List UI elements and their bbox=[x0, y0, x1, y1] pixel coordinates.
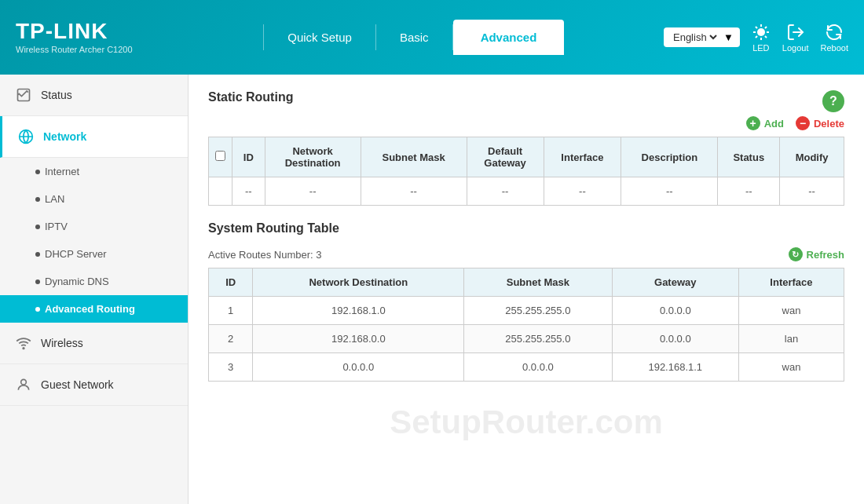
table-row: 1192.168.1.0255.255.255.00.0.0.0wan bbox=[209, 297, 844, 325]
system-routing-table: ID Network Destination Subnet Mask Gatew… bbox=[208, 268, 844, 382]
cell-id: -- bbox=[232, 177, 265, 206]
sidebar-item-status[interactable]: Status bbox=[0, 75, 188, 116]
watermark: SetupRouter.com bbox=[390, 404, 663, 441]
header-right: English ▼ LED Logout Reboot bbox=[664, 23, 848, 53]
sidebar-sub-advanced-routing[interactable]: Advanced Routing bbox=[0, 295, 188, 323]
table-cell: 192.168.1.1 bbox=[612, 353, 738, 382]
table-cell: 255.255.255.0 bbox=[464, 325, 613, 353]
language-selector[interactable]: English ▼ bbox=[664, 27, 740, 47]
table-cell: 192.168.0.0 bbox=[253, 325, 464, 353]
sidebar-sub-iptv[interactable]: IPTV bbox=[0, 213, 188, 240]
cell-desc: -- bbox=[621, 177, 718, 206]
reboot-label: Reboot bbox=[821, 43, 848, 53]
bullet-icon bbox=[35, 170, 40, 174]
table-cell: 0.0.0.0 bbox=[612, 297, 738, 325]
sidebar-item-network[interactable]: Network bbox=[0, 116, 188, 158]
language-dropdown[interactable]: English bbox=[670, 31, 719, 44]
sidebar-sub-lan[interactable]: LAN bbox=[0, 185, 188, 213]
bullet-icon bbox=[35, 279, 40, 284]
table-row: 2192.168.0.0255.255.255.00.0.0.0lan bbox=[209, 325, 844, 353]
table-cell: 0.0.0.0 bbox=[253, 353, 464, 382]
sys-col-id: ID bbox=[209, 268, 253, 297]
delete-icon: − bbox=[796, 116, 810, 130]
add-icon: + bbox=[746, 116, 760, 130]
nav-basic[interactable]: Basic bbox=[376, 24, 453, 50]
select-all-checkbox[interactable] bbox=[215, 151, 225, 161]
bullet-icon bbox=[35, 307, 40, 312]
sidebar-guest-label: Guest Network bbox=[41, 378, 114, 391]
sys-col-gw: Gateway bbox=[612, 268, 738, 297]
table-cell: wan bbox=[738, 353, 844, 382]
col-status: Status bbox=[718, 137, 780, 177]
col-subnet-mask: Subnet Mask bbox=[361, 137, 467, 177]
logout-button[interactable]: Logout bbox=[782, 23, 809, 53]
col-id: ID bbox=[232, 137, 265, 177]
svg-point-0 bbox=[757, 28, 765, 36]
bullet-icon bbox=[35, 252, 40, 257]
cell-gw: -- bbox=[467, 177, 544, 206]
active-routes-label: Active Routes Number: bbox=[208, 249, 313, 261]
cell-net-dest: -- bbox=[265, 177, 361, 206]
sys-col-net-dest: Network Destination bbox=[253, 268, 464, 297]
table-cell: 3 bbox=[209, 353, 253, 382]
cell-status: -- bbox=[718, 177, 780, 206]
sidebar-wireless-label: Wireless bbox=[41, 337, 83, 349]
nav-advanced[interactable]: Advanced bbox=[453, 20, 565, 55]
routing-header: Active Routes Number: 3 ↻ Refresh bbox=[208, 247, 844, 261]
sidebar-sub-ddns[interactable]: Dynamic DNS bbox=[0, 268, 188, 295]
nav-quick-setup[interactable]: Quick Setup bbox=[263, 24, 376, 50]
svg-point-3 bbox=[23, 348, 24, 349]
table-cell: lan bbox=[738, 325, 844, 353]
col-modify: Modify bbox=[780, 137, 844, 177]
logout-label: Logout bbox=[782, 43, 809, 53]
sidebar-item-guest[interactable]: Guest Network bbox=[0, 364, 188, 406]
bullet-icon bbox=[35, 225, 40, 229]
table-row: -- -- -- -- -- -- -- -- bbox=[209, 177, 844, 206]
header: TP-LINK Wireless Router Archer C1200 Qui… bbox=[0, 0, 864, 75]
cell-subnet: -- bbox=[361, 177, 467, 206]
main-layout: Status Network Internet LAN IPTV DHCP Se… bbox=[0, 75, 864, 504]
svg-point-4 bbox=[21, 379, 27, 385]
active-routes-info: Active Routes Number: 3 bbox=[208, 249, 322, 261]
sidebar-sub-dhcp[interactable]: DHCP Server bbox=[0, 240, 188, 268]
static-routing-table: ID NetworkDestination Subnet Mask Defaul… bbox=[208, 137, 844, 206]
sidebar-item-wireless[interactable]: Wireless bbox=[0, 323, 188, 364]
sidebar-ddns-label: Dynamic DNS bbox=[45, 276, 109, 287]
logo-text: TP-LINK bbox=[16, 20, 133, 42]
chevron-down-icon: ▼ bbox=[723, 31, 734, 43]
help-button[interactable]: ? bbox=[822, 90, 844, 112]
static-routing-title: Static Routing bbox=[208, 90, 844, 104]
add-button[interactable]: + Add bbox=[746, 116, 784, 130]
table-cell: 255.255.255.0 bbox=[464, 297, 613, 325]
network-icon bbox=[18, 129, 34, 144]
table-cell: 1 bbox=[209, 297, 253, 325]
sidebar-status-label: Status bbox=[41, 89, 72, 101]
reboot-icon bbox=[825, 23, 844, 42]
static-routing-actions: + Add − Delete bbox=[208, 116, 844, 130]
sys-col-subnet: Subnet Mask bbox=[464, 268, 613, 297]
sidebar-network-label: Network bbox=[43, 130, 86, 143]
logout-icon bbox=[786, 23, 805, 42]
sys-col-iface: Interface bbox=[738, 268, 844, 297]
sidebar-internet-label: Internet bbox=[45, 166, 79, 177]
sidebar-lan-label: LAN bbox=[45, 193, 64, 205]
table-cell: 192.168.1.0 bbox=[253, 297, 464, 325]
table-cell: 2 bbox=[209, 325, 253, 353]
content-area: ? Static Routing + Add − Delete ID Netwo… bbox=[189, 75, 864, 504]
table-cell: 0.0.0.0 bbox=[612, 325, 738, 353]
col-checkbox bbox=[209, 137, 232, 177]
nav-links: Quick Setup Basic Advanced bbox=[164, 20, 664, 55]
sidebar: Status Network Internet LAN IPTV DHCP Se… bbox=[0, 75, 189, 504]
led-button[interactable]: LED bbox=[752, 23, 771, 53]
system-routing-title: System Routing Table bbox=[208, 221, 844, 236]
active-routes-value: 3 bbox=[316, 249, 321, 261]
delete-label: Delete bbox=[814, 118, 844, 130]
refresh-button[interactable]: ↻ Refresh bbox=[789, 247, 844, 261]
sidebar-advanced-routing-label: Advanced Routing bbox=[45, 303, 135, 315]
sidebar-sub-internet[interactable]: Internet bbox=[0, 158, 188, 185]
reboot-button[interactable]: Reboot bbox=[821, 23, 848, 53]
delete-button[interactable]: − Delete bbox=[796, 116, 844, 130]
table-cell: wan bbox=[738, 297, 844, 325]
add-label: Add bbox=[764, 118, 784, 130]
bullet-icon bbox=[35, 197, 40, 202]
